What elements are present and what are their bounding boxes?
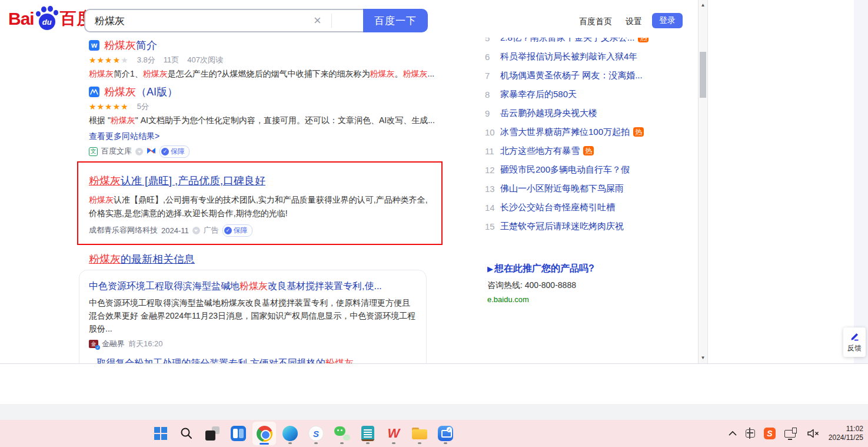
- promo-url-link[interactable]: e.baidu.com: [487, 295, 661, 304]
- scroll-up-arrow-icon[interactable]: ▲: [699, 2, 707, 8]
- news-source-row: 金 金融界 前天16:20: [89, 339, 417, 349]
- clock-time: 11:02: [829, 425, 863, 433]
- display-indicator[interactable]: [784, 430, 798, 438]
- widgets-button[interactable]: [227, 422, 250, 445]
- hot-search-item[interactable]: 10冰雪大世界糖葫芦摊位100万起拍热: [485, 122, 661, 141]
- news-item: ...取得复合粉加工处理的筛分装置专利,方便对不同规格的粉煤灰... 邹城市久和…: [89, 357, 417, 364]
- clock-date: 2024/11/25: [829, 433, 863, 442]
- star-rating-icon: ★★★★★: [89, 56, 129, 64]
- hot-text: 王楚钦夺冠后请球迷吃烤肉庆祝: [500, 221, 624, 232]
- hot-text: 北方这些地方有暴雪: [500, 145, 580, 157]
- result-wenku: w 粉煤灰简介 ★★★★★ 3.8分 11页 407次阅读 粉煤灰简介1、粉煤灰…: [89, 39, 444, 80]
- dropdown-circle-icon[interactable]: [135, 148, 143, 155]
- baidu-logo[interactable]: Bai du 百度: [8, 6, 94, 32]
- result-title-text: 粉煤灰（AI版）: [104, 85, 178, 98]
- right-edge-strip: [854, 0, 868, 364]
- search-icon: [180, 427, 193, 440]
- ad-snippet: 粉煤灰认准【鼎旺】,公司拥有专业的技术团队,实力和产品质量获得业界的认可,产品种…: [89, 193, 431, 220]
- start-button[interactable]: [149, 422, 172, 445]
- edge-button[interactable]: [278, 422, 302, 445]
- wps-button[interactable]: W: [382, 422, 405, 445]
- scroll-down-arrow-icon[interactable]: ▼: [699, 355, 707, 360]
- nav-settings[interactable]: 设置: [626, 16, 642, 27]
- search-results-column: w 粉煤灰简介 ★★★★★ 3.8分 11页 407次阅读 粉煤灰简介1、粉煤灰…: [89, 39, 444, 364]
- promo-block: ▶想在此推广您的产品吗? 咨询热线: 400-800-8888 e.baidu.…: [487, 263, 661, 304]
- hot-text: 岳云鹏孙越现身央视大楼: [500, 108, 597, 119]
- ime-indicator[interactable]: [746, 429, 755, 438]
- wenku-doc-icon: 文: [89, 147, 98, 156]
- volume-muted-icon: [807, 429, 820, 438]
- guarantee-badge[interactable]: ✓保障: [222, 224, 252, 237]
- task-view-icon: [205, 426, 220, 441]
- rating-row: ★★★★★ 3.8分 11页 407次阅读: [89, 55, 444, 65]
- hot-search-item[interactable]: 15王楚钦夺冠后请球迷吃烤肉庆祝: [485, 217, 661, 236]
- page-count: 11页: [164, 55, 179, 65]
- hot-search-item[interactable]: 8家暴幸存后的580天: [485, 85, 661, 104]
- pc-manager-button[interactable]: [434, 422, 457, 445]
- hot-rank: 14: [485, 203, 500, 213]
- promo-title-link[interactable]: ▶想在此推广您的产品吗?: [487, 263, 661, 275]
- news-source-name: 金融界: [102, 339, 125, 349]
- ad-source-row: 成都青乐容网络科技 2024-11 广告 ✓保障: [89, 225, 431, 236]
- sogou-browser-icon: S: [308, 426, 324, 441]
- edge-icon: [282, 426, 298, 441]
- desktop-background: [0, 365, 868, 404]
- more-same-site-link[interactable]: 查看更多同站结果>: [89, 131, 444, 141]
- sogou-browser-button[interactable]: S: [304, 422, 328, 445]
- hot-text: 砸毁市民200多辆电动自行车？假: [500, 164, 630, 176]
- result-snippet: 粉煤灰简介1、粉煤灰是怎么产生的?从煤燃烧后的烟气中收捕下来的细灰称为粉煤灰。粉…: [89, 68, 444, 80]
- chrome-button[interactable]: [252, 422, 276, 445]
- feedback-button[interactable]: 反馈: [843, 327, 866, 357]
- pc-manager-icon: [438, 426, 453, 441]
- taskbar-search-button[interactable]: [175, 422, 198, 445]
- result-ai: 粉煤灰（AI版） ★★★★★ 5分 根据 "粉煤灰" AI文档助手为您个性化定制…: [89, 85, 444, 157]
- news-title-link[interactable]: 中色资源环境工程取得滨海型盐碱地粉煤灰改良基材搅拌装置专利,使...: [89, 280, 417, 292]
- wechat-button[interactable]: [330, 422, 354, 445]
- volume-indicator[interactable]: [807, 429, 820, 438]
- wechat-icon: [334, 426, 350, 441]
- ad-title-link[interactable]: 粉煤灰认准 [鼎旺] ,产品优质,口碑良好: [89, 174, 431, 187]
- windows-logo-icon: [154, 427, 167, 440]
- clear-icon[interactable]: ×: [314, 13, 321, 28]
- hot-badge: 热: [633, 127, 644, 137]
- news-title-link[interactable]: ...取得复合粉加工处理的筛分装置专利,方便对不同规格的粉煤灰...: [89, 357, 417, 364]
- result-ai-title-link[interactable]: 粉煤灰（AI版）: [89, 85, 444, 98]
- result-title-text: 粉煤灰简介: [104, 39, 157, 52]
- taskbar-clock[interactable]: 11:02 2024/11/25: [829, 425, 863, 442]
- hot-search-item[interactable]: 13佛山一小区附近每晚都下鸟屎雨: [485, 179, 661, 198]
- hot-search-item[interactable]: 11北方这些地方有暴雪热: [485, 141, 661, 160]
- browser-page: w 粉煤灰简介 ★★★★★ 3.8分 11页 407次阅读 粉煤灰简介1、粉煤灰…: [0, 0, 868, 364]
- hot-search-item[interactable]: 14长沙公交站台奇怪座椅引吐槽: [485, 198, 661, 217]
- dropdown-circle-icon[interactable]: [192, 227, 200, 234]
- tray-expand-button[interactable]: [729, 431, 737, 436]
- hot-rank: 13: [485, 184, 500, 194]
- latest-news-heading-link[interactable]: 粉煤灰的最新相关信息: [89, 252, 444, 266]
- hot-search-item[interactable]: 6科员举报信访局长被判敲诈入狱4年: [485, 47, 661, 66]
- result-wenku-title-link[interactable]: w 粉煤灰简介: [89, 39, 444, 52]
- feedback-label: 反馈: [847, 343, 862, 353]
- page-scrollbar[interactable]: ▲ ▼: [698, 0, 708, 364]
- hot-search-item[interactable]: 12砸毁市民200多辆电动自行车？假: [485, 160, 661, 179]
- file-explorer-button[interactable]: [408, 422, 431, 445]
- hot-search-item[interactable]: 7机场偶遇黄圣依杨子 网友：没离婚...: [485, 66, 661, 85]
- task-view-button[interactable]: [201, 422, 224, 445]
- hot-search-item[interactable]: 9岳云鹏孙越现身央视大楼: [485, 104, 661, 122]
- guarantee-badge[interactable]: ✓保障: [159, 145, 189, 158]
- login-button[interactable]: 登录: [652, 13, 683, 28]
- source-row: 文 百度文库 ✓保障: [89, 146, 444, 157]
- notepad-button[interactable]: [356, 422, 380, 445]
- hot-rank: 10: [485, 127, 500, 137]
- window-edge-strip: [0, 404, 868, 420]
- rating-row: ★★★★★ 5分: [89, 102, 444, 111]
- search-button[interactable]: 百度一下: [363, 9, 428, 32]
- scrollbar-thumb[interactable]: [700, 52, 706, 98]
- chrome-icon: [257, 426, 272, 442]
- sogou-input-indicator[interactable]: S: [764, 428, 776, 439]
- wps-icon: W: [388, 427, 400, 440]
- hot-rank: 6: [485, 52, 500, 62]
- search-input[interactable]: [84, 9, 363, 32]
- taskbar-icons: S W: [149, 420, 457, 447]
- hot-text: 佛山一小区附近每晚都下鸟屎雨: [500, 183, 624, 194]
- hot-rank: 15: [485, 221, 500, 231]
- nav-baidu-home[interactable]: 百度首页: [579, 16, 612, 27]
